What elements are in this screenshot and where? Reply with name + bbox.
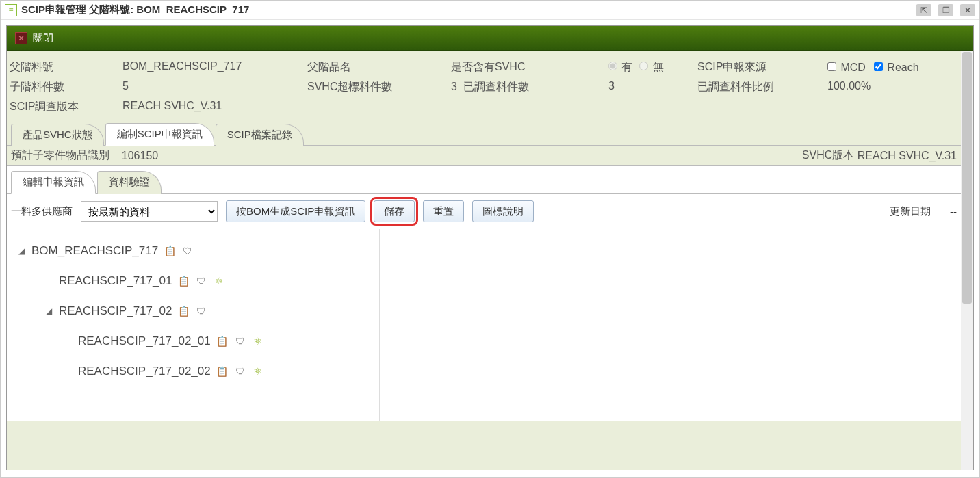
tree-row[interactable]: ◢REACHSCIP_717_01📋🛡⚛ [16, 266, 370, 296]
tab-scip-decl-info[interactable]: 編制SCIP申報資訊 [105, 123, 214, 146]
clipboard-icon: 📋 [216, 335, 229, 347]
est-child-id-value: 106150 [122, 150, 158, 162]
svhc-radio-yes[interactable]: 有 [608, 60, 632, 75]
shield-icon: 🛡 [195, 275, 207, 287]
save-button[interactable]: 儲存 [374, 200, 415, 222]
parent-pn-value: BOM_REACHSCIP_717 [122, 60, 307, 75]
svhc-radio-no[interactable]: 無 [639, 60, 663, 75]
parent-name-label: 父階品名 [307, 60, 451, 75]
vertical-scrollbar[interactable] [961, 51, 973, 470]
gen-by-bom-button[interactable]: 按BOM生成SCIP申報資訊 [226, 200, 365, 222]
window-maximize-button[interactable]: ❐ [938, 4, 953, 16]
svhc-ver-value: REACH SVHC_V.31 [858, 150, 957, 162]
est-child-id-label: 預計子零件物品識別 [11, 148, 109, 163]
form-frame: ✕ 關閉 父階料號 BOM_REACHSCIP_717 父階品名 是否含有SVH… [6, 25, 974, 470]
mcd-checkbox[interactable]: MCD [827, 62, 866, 74]
info-grid: 父階料號 BOM_REACHSCIP_717 父階品名 是否含有SVHC 有 無… [7, 51, 961, 120]
tree-row[interactable]: ◢REACHSCIP_717_02📋🛡 [16, 296, 370, 326]
window-controls: ⇱ ❐ ✕ [916, 4, 975, 16]
svhc-exceed-label: SVHC超標料件數 [307, 80, 451, 94]
tree-row[interactable]: ◢REACHSCIP_717_02_02📋🛡⚛ [16, 356, 370, 386]
shield-icon: 🛡 [181, 245, 194, 257]
child-count-label: 子階料件數 [10, 80, 122, 94]
clipboard-icon: 📋 [216, 365, 229, 377]
controls-row: 一料多供應商 按最新的資料 按BOM生成SCIP申報資訊 儲存 重置 圖標說明 … [7, 194, 961, 229]
tab-data-validate[interactable]: 資料驗證 [97, 171, 162, 194]
scip-source-group: MCD Reach [827, 60, 961, 75]
cluster-icon: ⚛ [252, 335, 264, 347]
multi-supplier-label: 一料多供應商 [11, 205, 73, 218]
tree-node-label: REACHSCIP_717_01 [59, 274, 172, 288]
tab-product-svhc-status[interactable]: 產品SVHC狀態 [11, 124, 104, 146]
form-toolbar: ✕ 關閉 [7, 26, 973, 51]
tree-node-label: REACHSCIP_717_02_01 [78, 334, 211, 348]
clipboard-icon: 📋 [177, 275, 190, 287]
tree-toggle-icon[interactable]: ◢ [44, 306, 53, 316]
panel-white: 編輯申報資訊 資料驗證 一料多供應商 按最新的資料 按BOM生成SCIP申報資訊… [7, 165, 961, 421]
scip-survey-ver-label: SCIP調查版本 [10, 100, 122, 114]
tab-scip-file-log[interactable]: SCIP檔案記錄 [216, 124, 304, 146]
cluster-icon: ⚛ [213, 275, 225, 287]
svhc-exceed-value: 3 [451, 81, 457, 92]
scip-source-label: SCIP申報來源 [697, 60, 827, 75]
reset-button[interactable]: 重置 [423, 200, 464, 222]
main-tabs: 產品SVHC狀態 編制SCIP申報資訊 SCIP檔案記錄 [7, 122, 961, 146]
clipboard-icon: 📋 [164, 245, 176, 257]
bom-tree: ◢BOM_REACHSCIP_717📋🛡◢REACHSCIP_717_01📋🛡⚛… [7, 229, 380, 421]
window-titlebar: SCIP申報管理 父階料號: BOM_REACHSCIP_717 ⇱ ❐ ✕ [1, 1, 979, 20]
parent-pn-label: 父階料號 [10, 60, 122, 75]
update-date-value: -- [950, 206, 957, 217]
scip-survey-ver-value: REACH SVHC_V.31 [122, 100, 307, 114]
svhc-contain-label: 是否含有SVHC [451, 60, 608, 75]
close-icon[interactable]: ✕ [15, 32, 27, 44]
surveyed-value: 3 [608, 80, 697, 94]
window-close-button[interactable]: ✕ [960, 4, 975, 16]
shield-icon: 🛡 [234, 365, 246, 377]
update-date-label: 更新日期 [890, 205, 931, 218]
sub-header: 預計子零件物品識別 106150 SVHC版本 REACH SVHC_V.31 [7, 146, 961, 165]
content-body: ◢BOM_REACHSCIP_717📋🛡◢REACHSCIP_717_01📋🛡⚛… [7, 229, 961, 421]
window-title: SCIP申報管理 父階料號: BOM_REACHSCIP_717 [21, 3, 916, 16]
child-count-value: 5 [122, 80, 307, 94]
window-pin-button[interactable]: ⇱ [916, 4, 931, 16]
surveyed-pct-label: 已調查料件比例 [697, 80, 827, 94]
close-button-label[interactable]: 關閉 [33, 31, 53, 44]
scrollbar-thumb[interactable] [962, 52, 972, 304]
tree-node-label: REACHSCIP_717_02_02 [78, 364, 211, 378]
cluster-icon: ⚛ [252, 365, 264, 377]
svhc-exceed-surveyed: 3 已調查料件數 [451, 80, 608, 94]
shield-icon: 🛡 [234, 335, 246, 347]
tab-edit-decl[interactable]: 編輯申報資訊 [11, 171, 96, 194]
shield-icon: 🛡 [195, 305, 207, 317]
icon-legend-button[interactable]: 圖標說明 [472, 200, 534, 222]
svhc-radio-group: 有 無 [608, 60, 697, 75]
body-scroll: 父階料號 BOM_REACHSCIP_717 父階品名 是否含有SVHC 有 無… [7, 51, 973, 470]
tree-toggle-icon[interactable]: ◢ [16, 246, 26, 256]
app-icon [5, 4, 17, 16]
surveyed-label: 已調查料件數 [463, 81, 529, 92]
tree-row[interactable]: ◢REACHSCIP_717_02_01📋🛡⚛ [16, 326, 370, 356]
surveyed-pct-value: 100.00% [827, 80, 961, 94]
sub-tabs: 編輯申報資訊 資料驗證 [7, 170, 961, 194]
tree-node-label: BOM_REACHSCIP_717 [31, 244, 158, 258]
main-area: 父階料號 BOM_REACHSCIP_717 父階品名 是否含有SVHC 有 無… [7, 51, 961, 470]
tree-node-label: REACHSCIP_717_02 [59, 304, 172, 318]
tree-row[interactable]: ◢BOM_REACHSCIP_717📋🛡 [16, 236, 370, 266]
clipboard-icon: 📋 [177, 305, 190, 317]
svhc-ver-label: SVHC版本 [802, 148, 854, 163]
multi-supplier-combo[interactable]: 按最新的資料 [81, 201, 218, 222]
reach-checkbox[interactable]: Reach [874, 62, 919, 74]
